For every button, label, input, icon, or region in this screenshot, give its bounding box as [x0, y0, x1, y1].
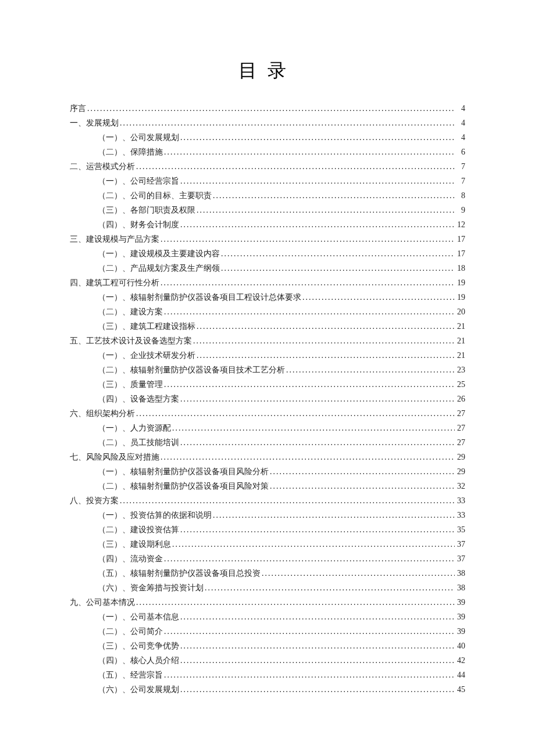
toc-leader-dots [179, 639, 455, 653]
toc-entry: （二）、建设方案20 [98, 304, 465, 319]
toc-entry: （一）、投资估算的依据和说明33 [98, 508, 465, 522]
toc-entry: （一）、核辐射剂量防护仪器设备项目风险分析29 [98, 464, 465, 479]
toc-entry-page: 4 [455, 101, 465, 116]
toc-leader-dots [269, 479, 455, 493]
toc-entry-page: 19 [455, 290, 465, 304]
toc-entry-page: 21 [455, 348, 465, 363]
toc-entry-text: （二）、公司的目标、主要职责 [98, 188, 212, 203]
toc-entry-text: （二）、保障措施 [98, 145, 163, 159]
toc-entry-text: （二）、员工技能培训 [98, 435, 179, 450]
toc-entry-page: 45 [455, 682, 465, 697]
toc-entry: （三）、质量管理25 [98, 377, 465, 392]
toc-entry-page: 39 [455, 610, 465, 624]
toc-entry: （二）、员工技能培训27 [98, 435, 465, 450]
toc-title: 目录 [70, 58, 465, 84]
toc-leader-dots [195, 348, 455, 363]
toc-leader-dots [119, 116, 455, 130]
toc-leader-dots [212, 508, 455, 522]
toc-entry-page: 25 [455, 377, 465, 392]
toc-leader-dots [179, 522, 455, 537]
toc-entry: （二）、保障措施6 [98, 145, 465, 159]
toc-leader-dots [220, 261, 455, 275]
toc-entry-page: 39 [455, 624, 465, 639]
toc-entry-page: 38 [455, 581, 465, 595]
toc-entry-page: 29 [455, 464, 465, 479]
toc-entry-text: （三）、建筑工程建设指标 [98, 319, 195, 334]
toc-leader-dots [163, 377, 455, 392]
toc-entry-text: （二）、建设投资估算 [98, 522, 179, 537]
toc-entry-text: （五）、经营宗旨 [98, 668, 163, 682]
toc-entry-text: （六）、资金筹措与投资计划 [98, 581, 204, 595]
toc-entry-page: 35 [455, 522, 465, 537]
toc-leader-dots [163, 145, 455, 159]
toc-entry-page: 39 [455, 595, 465, 610]
toc-entry-text: （一）、公司发展规划 [98, 130, 179, 145]
toc-entry-text: 九、公司基本情况 [70, 595, 135, 610]
toc-entry-page: 7 [455, 174, 465, 188]
toc-entry-text: 三、建设规模与产品方案 [70, 232, 159, 246]
toc-leader-dots [159, 450, 455, 464]
toc-entry: （四）、设备选型方案26 [98, 392, 465, 406]
toc-entry: （六）、资金筹措与投资计划38 [98, 581, 465, 595]
toc-entry-page: 7 [455, 159, 465, 174]
toc-entry-text: （四）、财务会计制度 [98, 217, 179, 232]
toc-leader-dots [179, 653, 455, 668]
toc-entry: 二、运营模式分析7 [70, 159, 465, 174]
toc-leader-dots [179, 392, 455, 406]
toc-entry-text: （五）、核辐射剂量防护仪器设备项目总投资 [98, 566, 261, 581]
toc-entry-page: 27 [455, 435, 465, 450]
toc-entry-page: 4 [455, 130, 465, 145]
toc-entry-page: 17 [455, 232, 465, 246]
toc-entry-text: （一）、企业技术研发分析 [98, 348, 195, 363]
toc-entry: 八、投资方案33 [70, 493, 465, 508]
toc-entry: （二）、核辐射剂量防护仪器设备项目风险对策32 [98, 479, 465, 493]
toc-entry-text: （一）、公司基本信息 [98, 610, 179, 624]
toc-leader-dots [179, 435, 455, 450]
toc-entry-page: 12 [455, 217, 465, 232]
document-page: 目录 序言4一、发展规划4（一）、公司发展规划4（二）、保障措施6二、运营模式分… [0, 0, 535, 743]
toc-entry-text: （二）、公司简介 [98, 624, 163, 639]
toc-entry: （二）、公司简介39 [98, 624, 465, 639]
toc-leader-dots [179, 610, 455, 624]
toc-entry: （二）、核辐射剂量防护仪器设备项目技术工艺分析23 [98, 363, 465, 377]
toc-leader-dots [269, 464, 455, 479]
toc-leader-dots [163, 304, 455, 319]
toc-entry: （三）、建设期利息37 [98, 537, 465, 551]
toc-entry: （五）、核辐射剂量防护仪器设备项目总投资38 [98, 566, 465, 581]
toc-leader-dots [171, 421, 455, 435]
toc-entry-page: 19 [455, 275, 465, 290]
toc-leader-dots [119, 493, 455, 508]
toc-entry: （五）、经营宗旨44 [98, 668, 465, 682]
toc-entry-text: （三）、各部门职责及权限 [98, 203, 195, 217]
toc-entry: （一）、公司基本信息39 [98, 610, 465, 624]
toc-entry: （一）、建设规模及主要建设内容17 [98, 246, 465, 261]
toc-leader-dots [179, 682, 455, 697]
toc-leader-dots [195, 203, 455, 217]
toc-entry: （一）、核辐射剂量防护仪器设备项目工程设计总体要求19 [98, 290, 465, 304]
toc-entry-text: 一、发展规划 [70, 116, 119, 130]
toc-entry-page: 38 [455, 566, 465, 581]
toc-leader-dots [301, 290, 455, 304]
toc-entry-page: 21 [455, 319, 465, 334]
toc-entry: （一）、公司发展规划4 [98, 130, 465, 145]
toc-entry-page: 29 [455, 450, 465, 464]
toc-entry-page: 40 [455, 639, 465, 653]
toc-leader-dots [261, 566, 455, 581]
toc-entry: 四、建筑工程可行性分析19 [70, 275, 465, 290]
toc-entry-text: （二）、核辐射剂量防护仪器设备项目技术工艺分析 [98, 363, 285, 377]
toc-leader-dots [285, 363, 455, 377]
toc-entry-text: 序言 [70, 101, 86, 116]
toc-entry-text: （一）、公司经营宗旨 [98, 174, 179, 188]
toc-leader-dots [192, 334, 455, 348]
toc-entry: 五、工艺技术设计及设备选型方案21 [70, 334, 465, 348]
toc-entry-page: 23 [455, 363, 465, 377]
toc-leader-dots [171, 537, 455, 551]
toc-entry: （四）、核心人员介绍42 [98, 653, 465, 668]
toc-entry: （一）、公司经营宗旨7 [98, 174, 465, 188]
toc-entry: 一、发展规划4 [70, 116, 465, 130]
toc-entry-page: 27 [455, 421, 465, 435]
toc-container: 序言4一、发展规划4（一）、公司发展规划4（二）、保障措施6二、运营模式分析7（… [70, 101, 465, 697]
toc-entry: 九、公司基本情况39 [70, 595, 465, 610]
toc-entry: （二）、产品规划方案及生产纲领18 [98, 261, 465, 275]
toc-entry-text: 二、运营模式分析 [70, 159, 135, 174]
